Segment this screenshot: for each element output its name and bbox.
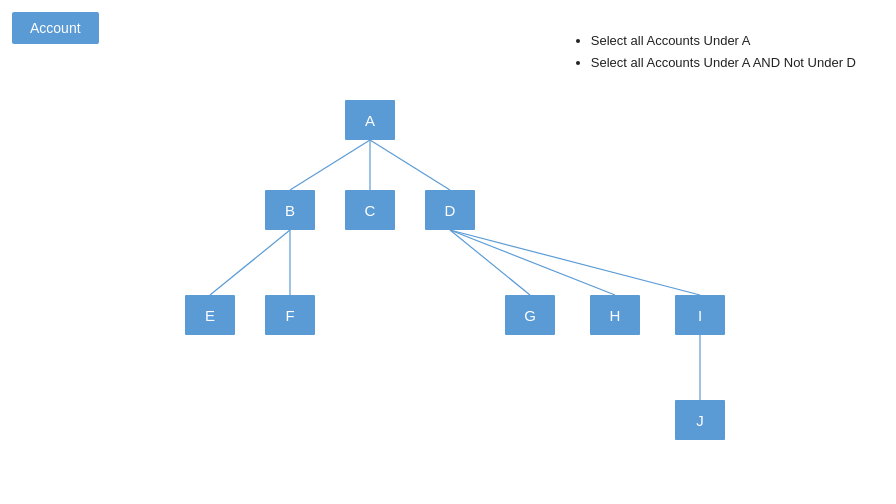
node-B-label: B — [285, 202, 295, 219]
line-A-D — [370, 140, 450, 190]
node-F-label: F — [285, 307, 294, 324]
line-D-H — [450, 230, 615, 295]
instruction-item-1: Select all Accounts Under A — [591, 30, 856, 52]
node-A-label: A — [365, 112, 375, 129]
tree-diagram: A B C D E F G H I J — [0, 60, 740, 490]
account-button[interactable]: Account — [12, 12, 99, 44]
node-C-label: C — [365, 202, 376, 219]
node-H-label: H — [610, 307, 621, 324]
line-A-B — [290, 140, 370, 190]
line-D-G — [450, 230, 530, 295]
node-D-label: D — [445, 202, 456, 219]
node-I-label: I — [698, 307, 702, 324]
node-J-label: J — [696, 412, 704, 429]
line-D-I — [450, 230, 700, 295]
line-B-E — [210, 230, 290, 295]
node-G-label: G — [524, 307, 536, 324]
node-E-label: E — [205, 307, 215, 324]
